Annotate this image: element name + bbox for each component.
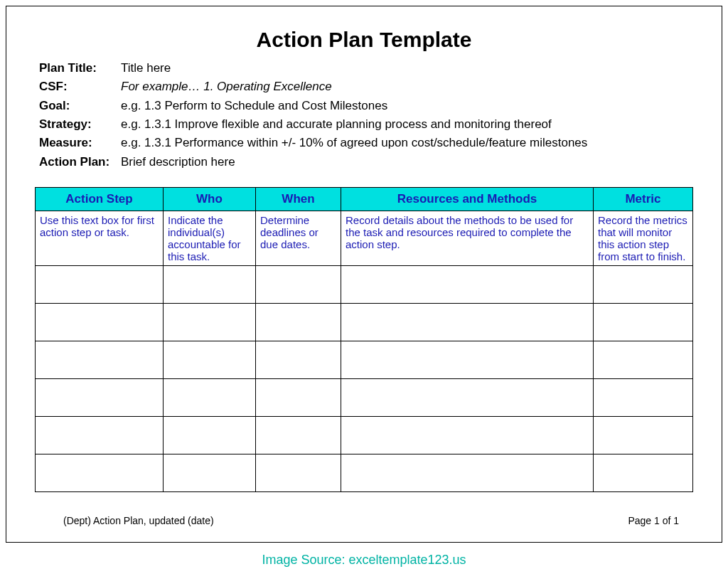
meta-row: Action Plan: Brief description here — [39, 153, 693, 171]
meta-label: Goal: — [39, 97, 121, 115]
footer-left: (Dept) Action Plan, updated (date) — [63, 515, 214, 526]
meta-row: CSF: For example… 1. Operating Excellenc… — [39, 78, 693, 96]
table-row — [36, 454, 693, 492]
table-row — [36, 379, 693, 417]
desc-resources: Record details about the methods to be u… — [341, 211, 594, 266]
meta-row: Plan Title: Title here — [39, 59, 693, 78]
meta-label: Action Plan: — [39, 153, 121, 171]
document-page: Action Plan Template Plan Title: Title h… — [6, 6, 722, 543]
meta-row: Measure: e.g. 1.3.1 Performance within +… — [39, 134, 693, 152]
meta-value: e.g. 1.3 Perform to Schedule and Cost Mi… — [121, 97, 693, 115]
header-when: When — [256, 188, 341, 211]
header-metric: Metric — [594, 188, 693, 211]
footer: (Dept) Action Plan, updated (date) Page … — [63, 515, 679, 526]
meta-value: Brief description here — [121, 153, 693, 171]
meta-value: Title here — [121, 59, 693, 78]
table-desc-row: Use this text box for first action step … — [36, 211, 693, 266]
desc-action-step: Use this text box for first action step … — [36, 211, 164, 266]
table-header-row: Action Step Who When Resources and Metho… — [36, 188, 693, 211]
header-action-step: Action Step — [36, 188, 164, 211]
page-title: Action Plan Template — [35, 28, 693, 52]
meta-label: CSF: — [39, 78, 121, 96]
table-row — [36, 417, 693, 454]
footer-right: Page 1 of 1 — [628, 515, 679, 526]
header-resources: Resources and Methods — [341, 188, 594, 211]
table-row — [36, 304, 693, 341]
meta-label: Strategy: — [39, 115, 121, 134]
meta-label: Plan Title: — [39, 59, 121, 78]
image-source: Image Source: exceltemplate123.us — [0, 553, 728, 568]
meta-block: Plan Title: Title here CSF: For example…… — [39, 59, 693, 171]
meta-row: Goal: e.g. 1.3 Perform to Schedule and C… — [39, 97, 693, 115]
desc-metric: Record the metrics that will monitor thi… — [594, 211, 693, 266]
meta-row: Strategy: e.g. 1.3.1 Improve flexible an… — [39, 115, 693, 134]
header-who: Who — [164, 188, 256, 211]
meta-value: e.g. 1.3.1 Performance within +/- 10% of… — [121, 134, 693, 152]
table-row — [36, 266, 693, 304]
desc-who: Indicate the individual(s) accountable f… — [164, 211, 256, 266]
desc-when: Determine deadlines or due dates. — [256, 211, 341, 266]
action-table: Action Step Who When Resources and Metho… — [35, 187, 693, 492]
meta-value: For example… 1. Operating Excellence — [121, 78, 693, 96]
table-row — [36, 341, 693, 379]
meta-value: e.g. 1.3.1 Improve flexible and accurate… — [121, 115, 693, 134]
meta-label: Measure: — [39, 134, 121, 152]
